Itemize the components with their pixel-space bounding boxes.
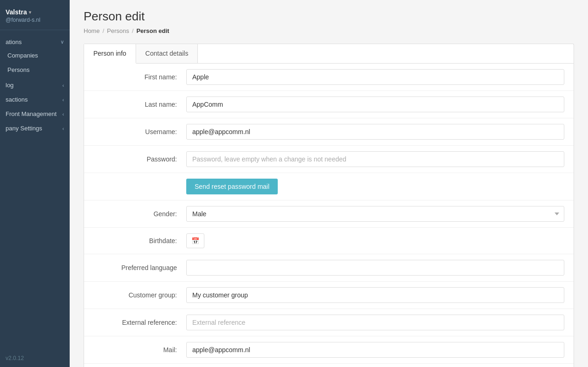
- tab-person-info[interactable]: Person info: [84, 44, 136, 64]
- form-row-gender: Gender: Male Female Other: [84, 200, 574, 228]
- sidebar-version: v2.0.12: [0, 349, 70, 367]
- breadcrumb-separator: /: [132, 27, 134, 34]
- chevron-left-icon: ‹: [62, 126, 64, 131]
- form-row-last-name: Last name:: [84, 91, 574, 118]
- sidebar-nav: ations ∨ Companies Persons log ‹ saction…: [0, 30, 70, 349]
- chevron-left-icon: ‹: [62, 111, 64, 117]
- sidebar-section-relations[interactable]: ations ∨: [0, 34, 70, 48]
- last-name-label: Last name:: [93, 101, 186, 108]
- form-row-password: Password:: [84, 146, 574, 173]
- form-row-external-reference: External reference:: [84, 309, 574, 336]
- chevron-down-icon: ∨: [60, 39, 64, 45]
- gender-select[interactable]: Male Female Other: [186, 206, 564, 222]
- tabs: Person info Contact details: [84, 44, 574, 63]
- birthdate-calendar-button[interactable]: 📅: [186, 233, 204, 248]
- breadcrumb-home[interactable]: Home: [84, 27, 100, 34]
- username-input[interactable]: [186, 124, 564, 140]
- sidebar-item-companies[interactable]: Companies: [0, 48, 70, 63]
- external-reference-input[interactable]: [186, 315, 564, 330]
- breadcrumb: Home / Persons / Person edit: [84, 27, 574, 34]
- first-name-label: First name:: [93, 73, 186, 81]
- form-row-username: Username:: [84, 118, 574, 146]
- send-reset-password-button[interactable]: Send reset password mail: [186, 179, 278, 194]
- main-content: Person edit Home / Persons / Person edit…: [70, 0, 588, 367]
- chevron-left-icon: ‹: [62, 83, 64, 88]
- sidebar-email: @forward-s.nl: [6, 17, 64, 23]
- tab-contact-details[interactable]: Contact details: [136, 44, 198, 63]
- chevron-left-icon: ‹: [62, 97, 64, 103]
- password-label: Password:: [93, 155, 186, 163]
- username-label: Username:: [93, 128, 186, 135]
- preferred-language-label: Preferred language: [93, 264, 186, 271]
- password-input[interactable]: [186, 151, 564, 167]
- calendar-icon: 📅: [191, 237, 199, 245]
- customer-group-input[interactable]: [186, 287, 564, 303]
- external-reference-label: External reference:: [93, 319, 186, 326]
- chevron-down-icon: ▾: [29, 10, 31, 15]
- form-row-first-name: First name:: [84, 64, 574, 91]
- form-row-preferred-language: Preferred language: [84, 254, 574, 282]
- form-row-mail: Mail:: [84, 336, 574, 364]
- mail-label: Mail:: [93, 346, 186, 354]
- customer-group-label: Customer group:: [93, 291, 186, 299]
- form-row-phone: Phone:: [84, 364, 574, 367]
- last-name-input[interactable]: [186, 97, 564, 112]
- sidebar-section-front-management[interactable]: Front Management ‹: [0, 106, 70, 120]
- form-row-reset-password: Send reset password mail: [84, 173, 574, 200]
- mail-input[interactable]: [186, 342, 564, 358]
- gender-label: Gender:: [93, 210, 186, 218]
- breadcrumb-persons[interactable]: Persons: [107, 27, 129, 34]
- page-title: Person edit: [84, 9, 574, 24]
- form-row-birthdate: Birthdate: 📅: [84, 228, 574, 254]
- sidebar-username[interactable]: Valstra ▾: [6, 8, 64, 16]
- sidebar-section-transactions[interactable]: sactions ‹: [0, 91, 70, 106]
- sidebar-section-log[interactable]: log ‹: [0, 77, 70, 91]
- breadcrumb-separator: /: [103, 27, 105, 34]
- sidebar: Valstra ▾ @forward-s.nl ations ∨ Compani…: [0, 0, 70, 367]
- form-panel: First name: Last name: Username: Passwor…: [84, 63, 574, 367]
- first-name-input[interactable]: [186, 69, 564, 85]
- sidebar-user: Valstra ▾ @forward-s.nl: [0, 0, 70, 30]
- sidebar-item-persons[interactable]: Persons: [0, 63, 70, 77]
- form-row-customer-group: Customer group:: [84, 282, 574, 309]
- birthdate-label: Birthdate:: [93, 237, 186, 245]
- sidebar-section-company-settings[interactable]: pany Settings ‹: [0, 120, 70, 135]
- preferred-language-input[interactable]: [186, 260, 564, 276]
- breadcrumb-current: Person edit: [137, 27, 170, 34]
